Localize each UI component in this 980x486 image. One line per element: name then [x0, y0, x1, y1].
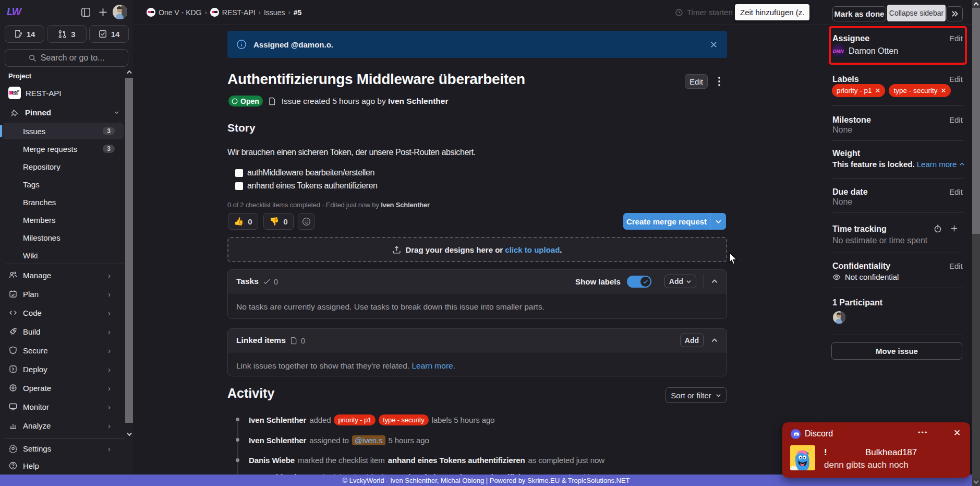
svg-text:LW: LW	[7, 6, 22, 17]
